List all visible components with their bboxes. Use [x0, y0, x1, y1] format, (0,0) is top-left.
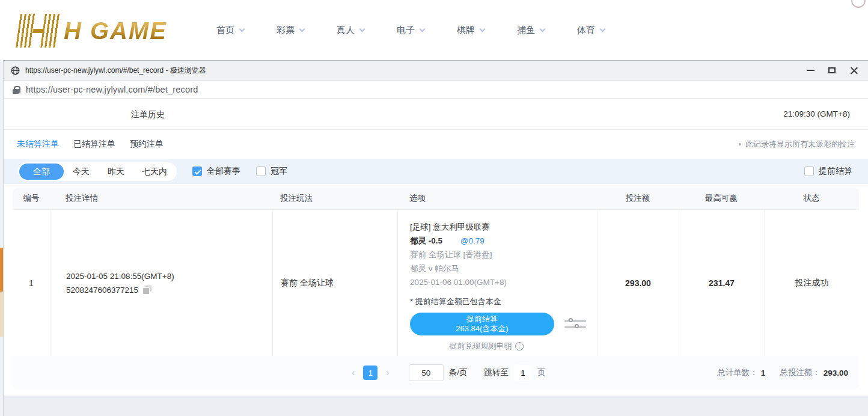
- col-header-no: 编号: [13, 193, 50, 204]
- window-controls: [799, 61, 864, 80]
- chevron-down-icon: [299, 26, 305, 32]
- date-filter-yesterday[interactable]: 昨天: [99, 162, 133, 181]
- address-bar: https://user-pc-new.jylywl.com/#/bet_rec…: [4, 81, 868, 99]
- nav-item-cards[interactable]: 棋牌: [457, 25, 484, 36]
- server-time: 21:09:30 (GMT+8): [783, 109, 850, 118]
- bet-id: 5208247606377215: [66, 286, 138, 295]
- corner-orb-icon: [851, 0, 866, 8]
- jump-page-input[interactable]: [514, 365, 532, 381]
- site-logo[interactable]: H GAME: [18, 12, 167, 49]
- next-page-button[interactable]: ›: [381, 367, 394, 378]
- unsettled-note: 此记录将显示所有未派彩的投注: [739, 130, 855, 159]
- cell-details: 2025-01-05 21:08:55(GMT+8) 5208247606377…: [50, 210, 272, 356]
- tab-unsettled[interactable]: 未结算注单: [17, 139, 59, 150]
- total-count-value: 1: [761, 369, 766, 378]
- total-stake-label: 总投注额：: [780, 367, 821, 378]
- total-stake-value: 293.00: [824, 369, 848, 378]
- current-page-button[interactable]: 1: [363, 366, 377, 380]
- tabs-row: 未结算注单 已结算注单 预约注单 此记录将显示所有未派彩的投注: [4, 130, 868, 159]
- market: 赛前 全场让球 [香港盘]: [410, 250, 586, 259]
- browser-titlebar: https://user-pc-new.jylywl.com/#/bet_rec…: [4, 61, 868, 81]
- maximize-icon: [828, 67, 836, 73]
- early-settle-checkbox[interactable]: 提前结算: [804, 166, 852, 177]
- checkbox-unchecked-icon: [256, 167, 266, 176]
- cell-play-type: 赛前 全场让球: [272, 210, 397, 356]
- chevron-down-icon: [600, 26, 606, 32]
- info-icon: [515, 342, 524, 350]
- chevron-down-icon: [420, 26, 426, 32]
- chevron-down-icon: [359, 26, 365, 32]
- filter-bar: 全部 今天 昨天 七天内 全部赛事 冠军 提前结算: [4, 159, 868, 184]
- per-page-label: 条/页: [449, 367, 468, 378]
- match-time: 2025-01-06 01:00(GMT+8): [410, 278, 586, 287]
- table-header: 编号 投注详情 投注玩法 选项 投注额 最高可赢 状态: [13, 188, 859, 209]
- odds: @0.79: [460, 236, 484, 245]
- page-title: 注单历史: [131, 109, 165, 120]
- checkbox-unchecked-icon: [804, 167, 814, 176]
- prev-page-button[interactable]: ‹: [347, 367, 359, 378]
- close-button[interactable]: [843, 61, 864, 80]
- logo-text: H GAME: [64, 17, 167, 44]
- chevron-down-icon: [239, 26, 245, 32]
- match: 都灵 v 帕尔马: [410, 264, 586, 273]
- table-footer: ‹ 1 › 条/页 跳转至 页 总计单数： 1 总投注额：: [13, 356, 859, 390]
- col-header-maxwin: 最高可赢: [679, 193, 764, 204]
- tab-reserved[interactable]: 预约注单: [130, 139, 164, 150]
- all-events-checkbox[interactable]: 全部赛事: [192, 166, 240, 177]
- browser-window: https://user-pc-new.jylywl.com/#/bet_rec…: [3, 60, 868, 416]
- table-row: 1 2025-01-05 21:08:55(GMT+8) 52082476063…: [13, 209, 859, 356]
- tab-settled[interactable]: 已结算注单: [73, 139, 115, 150]
- col-header-stake: 投注额: [597, 193, 679, 204]
- copy-icon[interactable]: [142, 286, 151, 295]
- chevron-down-icon: [480, 26, 486, 32]
- champion-checkbox[interactable]: 冠军: [256, 166, 287, 177]
- nav-item-live[interactable]: 真人: [337, 25, 364, 36]
- cell-status: 投注成功: [764, 210, 859, 356]
- page-content: 注单历史 21:09:30 (GMT+8) 未结算注单 已结算注单 预约注单 此…: [4, 99, 868, 390]
- page-head: 注单历史 21:09:30 (GMT+8): [4, 99, 868, 130]
- summary-totals: 总计单数： 1 总投注额： 293.00: [717, 356, 848, 390]
- cashout-rules-link[interactable]: 提前兑现规则申明: [410, 341, 563, 352]
- window-title: https://user-pc-new.jylywl.com/#/bet_rec…: [25, 66, 206, 76]
- nav-item-sports[interactable]: 体育: [577, 25, 605, 36]
- checkbox-checked-icon: [192, 167, 202, 176]
- date-filter-today[interactable]: 今天: [64, 162, 99, 181]
- site-header: H GAME 首页 彩票 真人 电子 棋牌 捕鱼 体育: [0, 0, 868, 60]
- total-count-label: 总计单数：: [717, 367, 758, 378]
- lock-icon: [13, 86, 19, 94]
- minimize-icon: [807, 70, 815, 71]
- date-filter-group: 全部 今天 昨天 七天内: [18, 162, 177, 181]
- nav-item-fishing[interactable]: 捕鱼: [517, 25, 545, 36]
- date-filter-all[interactable]: 全部: [19, 164, 64, 180]
- cell-no: 1: [13, 210, 50, 356]
- globe-favicon: [11, 66, 20, 75]
- nav-item-lottery[interactable]: 彩票: [277, 25, 304, 36]
- bet-table: 编号 投注详情 投注玩法 选项 投注额 最高可赢 状态 1 2025-01-05…: [13, 188, 859, 390]
- pagination: ‹ 1 › 条/页 跳转至 页: [347, 356, 545, 390]
- chevron-down-icon: [540, 26, 546, 32]
- sliders-icon[interactable]: [564, 320, 586, 328]
- main-nav: 首页 彩票 真人 电子 棋牌 捕鱼 体育: [216, 0, 605, 60]
- col-header-play: 投注玩法: [272, 193, 397, 204]
- col-header-status: 状态: [764, 193, 859, 204]
- minimize-button[interactable]: [799, 61, 821, 80]
- col-header-details: 投注详情: [50, 193, 272, 204]
- cell-max-win: 231.47: [679, 210, 764, 356]
- nav-item-slots[interactable]: 电子: [397, 25, 424, 36]
- maximize-button[interactable]: [821, 61, 843, 80]
- window-bottom-strip: [4, 396, 868, 416]
- url-field[interactable]: https://user-pc-new.jylywl.com/#/bet_rec…: [26, 85, 198, 94]
- cashout-button[interactable]: 提前结算 263.84(含本金): [410, 313, 554, 335]
- page-size-input[interactable]: [409, 364, 444, 381]
- cell-selection: [足球] 意大利甲级联赛 都灵 -0.5 @0.79 赛前 全场让球 [香港盘]…: [397, 210, 597, 356]
- date-filter-7days[interactable]: 七天内: [133, 162, 176, 181]
- page-unit-label: 页: [537, 367, 546, 378]
- nav-item-home[interactable]: 首页: [216, 25, 244, 36]
- jump-label: 跳转至: [484, 367, 509, 378]
- bet-time: 2025-01-05 21:08:55(GMT+8): [66, 272, 272, 281]
- logo-bars-icon: [16, 14, 61, 47]
- cashout-note: * 提前结算金额已包含本金: [410, 296, 586, 307]
- col-header-selection: 选项: [397, 193, 597, 204]
- cell-stake: 293.00: [597, 210, 679, 356]
- close-icon: [850, 67, 858, 75]
